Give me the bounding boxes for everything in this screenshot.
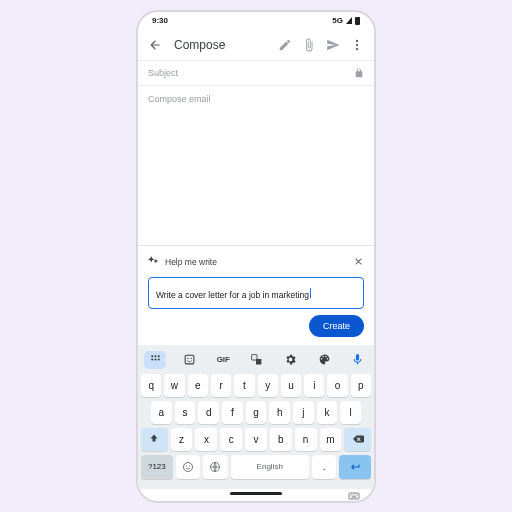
kb-palette-icon[interactable] xyxy=(314,351,334,369)
lock-icon xyxy=(354,68,364,78)
key-g[interactable]: g xyxy=(246,401,267,424)
svg-point-14 xyxy=(183,462,192,471)
key-s[interactable]: s xyxy=(175,401,196,424)
key-t[interactable]: t xyxy=(234,374,254,397)
key-j[interactable]: j xyxy=(293,401,314,424)
key-m[interactable]: m xyxy=(320,428,342,451)
svg-point-16 xyxy=(189,465,190,466)
send-icon[interactable] xyxy=(324,36,342,54)
svg-point-4 xyxy=(154,355,156,357)
svg-point-0 xyxy=(356,39,358,41)
overflow-icon[interactable] xyxy=(348,36,366,54)
svg-point-2 xyxy=(356,47,358,49)
key-l[interactable]: l xyxy=(340,401,361,424)
key-n[interactable]: n xyxy=(295,428,317,451)
period-key[interactable]: . xyxy=(312,455,336,479)
key-c[interactable]: c xyxy=(220,428,242,451)
text-cursor xyxy=(310,288,311,298)
key-v[interactable]: v xyxy=(245,428,267,451)
subject-placeholder: Subject xyxy=(148,68,178,78)
svg-rect-18 xyxy=(349,493,359,499)
svg-point-3 xyxy=(151,355,153,357)
kb-row1: qwertyuiop xyxy=(141,374,371,397)
help-panel-header: Help me write xyxy=(148,253,364,271)
svg-point-6 xyxy=(151,358,153,360)
subject-field[interactable]: Subject xyxy=(138,60,374,86)
svg-rect-21 xyxy=(355,494,356,495)
create-button[interactable]: Create xyxy=(309,315,364,337)
kb-row2: asdfghjkl xyxy=(141,401,371,424)
svg-point-10 xyxy=(187,358,188,359)
back-icon[interactable] xyxy=(146,36,164,54)
kb-toolbar: GIF xyxy=(141,349,371,374)
signal-icon xyxy=(346,17,352,24)
symbols-key[interactable]: ?123 xyxy=(141,455,173,479)
svg-point-11 xyxy=(191,358,192,359)
kb-row4: ?123 English . xyxy=(141,455,371,479)
key-e[interactable]: e xyxy=(188,374,208,397)
battery-icon xyxy=(355,17,360,25)
svg-rect-19 xyxy=(351,494,352,495)
prompt-input[interactable]: Write a cover letter for a job in market… xyxy=(148,277,364,309)
backspace-key[interactable] xyxy=(344,428,371,451)
svg-rect-13 xyxy=(256,359,261,364)
help-panel: Help me write Write a cover letter for a… xyxy=(138,245,374,345)
prompt-text: Write a cover letter for a job in market… xyxy=(156,290,309,300)
svg-point-15 xyxy=(186,465,187,466)
svg-rect-9 xyxy=(185,355,194,364)
kb-row3: zxcvbnm xyxy=(141,428,371,451)
magic-pen-icon[interactable] xyxy=(276,36,294,54)
phone-frame: 9:30 5G Compose Subject Co xyxy=(136,10,376,503)
help-panel-title: Help me write xyxy=(165,257,347,267)
wand-icon xyxy=(148,253,159,271)
keyboard: GIF qwertyuiop asdfghjkl zxcvbnm ?123 En… xyxy=(138,345,374,489)
email-body[interactable]: Compose email xyxy=(138,86,374,245)
clock: 9:30 xyxy=(152,16,168,25)
key-k[interactable]: k xyxy=(317,401,338,424)
key-q[interactable]: q xyxy=(141,374,161,397)
svg-rect-20 xyxy=(353,494,354,495)
status-right: 5G xyxy=(332,16,360,25)
body-placeholder: Compose email xyxy=(148,94,211,104)
signal-label: 5G xyxy=(332,16,343,25)
svg-rect-22 xyxy=(357,494,358,495)
kb-mic-icon[interactable] xyxy=(348,351,368,369)
shift-key[interactable] xyxy=(141,428,168,451)
close-icon[interactable] xyxy=(353,253,364,271)
kb-sticker-icon[interactable] xyxy=(180,351,200,369)
key-x[interactable]: x xyxy=(195,428,217,451)
space-key[interactable]: English xyxy=(231,455,309,479)
kb-translate-icon[interactable] xyxy=(247,351,267,369)
nav-bar xyxy=(138,489,374,501)
svg-rect-23 xyxy=(352,496,357,497)
key-p[interactable]: p xyxy=(351,374,371,397)
key-d[interactable]: d xyxy=(198,401,219,424)
key-h[interactable]: h xyxy=(269,401,290,424)
svg-point-5 xyxy=(157,355,159,357)
globe-key[interactable] xyxy=(203,455,227,479)
key-w[interactable]: w xyxy=(164,374,184,397)
keyboard-switch-icon[interactable] xyxy=(348,488,360,500)
enter-key[interactable] xyxy=(339,455,371,479)
status-bar: 9:30 5G xyxy=(138,12,374,30)
key-b[interactable]: b xyxy=(270,428,292,451)
key-f[interactable]: f xyxy=(222,401,243,424)
key-u[interactable]: u xyxy=(281,374,301,397)
kb-gif-button[interactable]: GIF xyxy=(213,351,233,369)
key-a[interactable]: a xyxy=(151,401,172,424)
key-r[interactable]: r xyxy=(211,374,231,397)
key-i[interactable]: i xyxy=(304,374,324,397)
key-y[interactable]: y xyxy=(258,374,278,397)
svg-point-8 xyxy=(157,358,159,360)
kb-apps-icon[interactable] xyxy=(144,351,166,369)
app-header: Compose xyxy=(138,30,374,60)
page-title: Compose xyxy=(174,38,270,52)
kb-settings-icon[interactable] xyxy=(281,351,301,369)
gesture-pill[interactable] xyxy=(230,492,282,495)
svg-point-7 xyxy=(154,358,156,360)
key-o[interactable]: o xyxy=(327,374,347,397)
svg-point-1 xyxy=(356,43,358,45)
key-z[interactable]: z xyxy=(171,428,193,451)
emoji-key[interactable] xyxy=(176,455,200,479)
attach-icon[interactable] xyxy=(300,36,318,54)
